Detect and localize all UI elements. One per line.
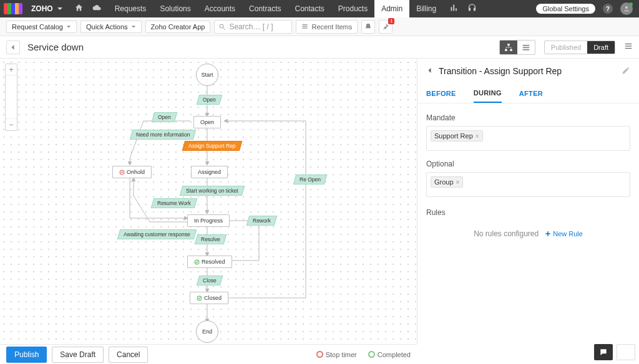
home-icon[interactable] bbox=[74, 3, 84, 14]
help-icon[interactable]: ? bbox=[603, 4, 613, 14]
svg-rect-17 bbox=[625, 46, 632, 46]
back-button[interactable] bbox=[6, 41, 20, 54]
headset-icon[interactable] bbox=[467, 3, 477, 14]
transition-panel: Transition - Assign Support Rep BEFORE D… bbox=[417, 59, 639, 344]
panel-back-icon[interactable] bbox=[426, 67, 434, 76]
nav-tab-products[interactable]: Products bbox=[331, 0, 374, 17]
nav-tab-contracts[interactable]: Contracts bbox=[242, 0, 288, 17]
edit-icon[interactable] bbox=[622, 66, 630, 77]
tab-after[interactable]: AFTER bbox=[519, 84, 543, 103]
quick-actions-dropdown[interactable]: Quick Actions bbox=[80, 21, 142, 33]
transition-close[interactable]: Close bbox=[197, 275, 223, 285]
blueprint-canvas[interactable]: + − bbox=[0, 59, 417, 344]
published-button[interactable]: Published bbox=[545, 41, 587, 54]
zoom-slider[interactable] bbox=[6, 75, 17, 119]
svg-rect-13 bbox=[523, 44, 530, 46]
svg-rect-18 bbox=[625, 48, 632, 49]
publish-button[interactable]: Publish bbox=[6, 347, 47, 363]
svg-rect-3 bbox=[303, 24, 308, 25]
svg-rect-4 bbox=[303, 26, 308, 27]
transition-reopen[interactable]: Re Open bbox=[293, 175, 328, 184]
nav-tab-solutions[interactable]: Solutions bbox=[153, 0, 197, 17]
diagram-view-button[interactable] bbox=[500, 41, 517, 54]
mandate-field[interactable]: Support Rep× bbox=[426, 126, 630, 151]
pin-button[interactable]: 1 bbox=[379, 20, 393, 34]
svg-point-1 bbox=[220, 24, 223, 28]
zoom-in-button[interactable]: + bbox=[6, 64, 17, 75]
legend-completed: Completed bbox=[368, 351, 411, 358]
nav-tab-contacts[interactable]: Contacts bbox=[288, 0, 331, 17]
svg-rect-14 bbox=[523, 47, 530, 48]
search-input[interactable]: Search… [ / ] bbox=[214, 20, 292, 34]
svg-rect-5 bbox=[303, 27, 308, 28]
remove-tag-icon[interactable]: × bbox=[476, 133, 479, 140]
transition-awaiting[interactable]: Awaiting customer response bbox=[117, 229, 197, 239]
optional-label: Optional bbox=[426, 160, 630, 168]
no-rules-text: No rules configured bbox=[474, 229, 539, 238]
zoom-out-button[interactable]: − bbox=[6, 119, 17, 130]
rules-label: Rules bbox=[426, 208, 630, 217]
notification-button[interactable] bbox=[361, 20, 375, 34]
transition-need-info[interactable]: Need more information bbox=[130, 130, 197, 140]
state-assigned[interactable]: Assigned bbox=[191, 166, 228, 178]
state-closed[interactable]: Closed bbox=[190, 292, 228, 304]
svg-rect-8 bbox=[510, 49, 512, 50]
svg-line-2 bbox=[223, 27, 225, 29]
legend-stop-timer: Stop timer bbox=[316, 351, 357, 358]
legend: Stop timer Completed bbox=[316, 351, 411, 358]
tab-during[interactable]: DURING bbox=[474, 84, 502, 103]
svg-point-25 bbox=[120, 170, 124, 175]
nav-tab-admin[interactable]: Admin bbox=[374, 0, 409, 17]
tag-group[interactable]: Group× bbox=[431, 176, 463, 188]
request-catalog-dropdown[interactable]: Request Catalog bbox=[6, 21, 77, 33]
transition-assign-support-rep[interactable]: Assign Support Rep bbox=[182, 141, 242, 151]
state-end[interactable]: End bbox=[196, 320, 218, 343]
logo bbox=[4, 3, 22, 14]
transition-start-work[interactable]: Start working on ticket bbox=[180, 186, 245, 196]
tab-before[interactable]: BEFORE bbox=[426, 84, 456, 103]
remove-tag-icon[interactable]: × bbox=[456, 179, 460, 186]
state-inprogress[interactable]: In Progress bbox=[187, 214, 230, 227]
state-resolved[interactable]: Resolved bbox=[187, 256, 232, 268]
nav-tab-accounts[interactable]: Accounts bbox=[198, 0, 242, 17]
svg-rect-31 bbox=[545, 233, 550, 234]
cancel-button[interactable]: Cancel bbox=[109, 347, 148, 363]
svg-rect-6 bbox=[507, 44, 510, 46]
draft-button[interactable]: Draft bbox=[587, 41, 615, 54]
global-settings-button[interactable]: Global Settings bbox=[536, 4, 595, 14]
cloud-icon[interactable] bbox=[92, 3, 102, 14]
chat-button[interactable] bbox=[594, 344, 613, 360]
optional-field[interactable]: Group× bbox=[426, 172, 630, 197]
brand-menu[interactable]: ZOHO bbox=[26, 4, 68, 13]
state-start[interactable]: Start bbox=[196, 64, 218, 86]
recent-items-button[interactable]: Recent Items bbox=[296, 20, 358, 34]
transition-open-side[interactable]: Open bbox=[152, 112, 177, 122]
zoom-control: + − bbox=[5, 64, 17, 131]
transition-open[interactable]: Open bbox=[197, 95, 222, 105]
state-onhold[interactable]: Onhold bbox=[112, 166, 152, 178]
view-switch bbox=[499, 40, 535, 55]
nav-tab-billing[interactable]: Billing bbox=[409, 0, 443, 17]
status-switch: Published Draft bbox=[544, 41, 615, 54]
menu-icon[interactable] bbox=[624, 42, 633, 52]
creator-app-button[interactable]: Zoho Creator App bbox=[145, 21, 211, 33]
list-view-button[interactable] bbox=[517, 41, 535, 54]
reports-icon[interactable] bbox=[449, 3, 459, 14]
new-rule-button[interactable]: New Rule bbox=[545, 230, 583, 237]
tag-support-rep[interactable]: Support Rep× bbox=[431, 130, 483, 141]
state-open[interactable]: Open bbox=[193, 116, 221, 128]
svg-rect-16 bbox=[625, 44, 632, 44]
zia-button[interactable] bbox=[617, 344, 635, 360]
avatar[interactable] bbox=[620, 2, 633, 15]
transition-resume[interactable]: Resume Work bbox=[151, 198, 197, 208]
panel-title: Transition - Assign Support Rep bbox=[439, 66, 562, 76]
svg-rect-15 bbox=[523, 49, 530, 50]
nav-tab-requests[interactable]: Requests bbox=[108, 0, 154, 17]
transition-rework[interactable]: Rework bbox=[246, 216, 277, 226]
transition-resolve[interactable]: Resolve bbox=[195, 234, 227, 244]
mandate-label: Mandate bbox=[426, 113, 630, 122]
nav-tabs: Requests Solutions Accounts Contracts Co… bbox=[108, 0, 444, 17]
svg-rect-7 bbox=[505, 49, 507, 50]
svg-point-0 bbox=[625, 6, 628, 9]
save-draft-button[interactable]: Save Draft bbox=[52, 347, 104, 363]
